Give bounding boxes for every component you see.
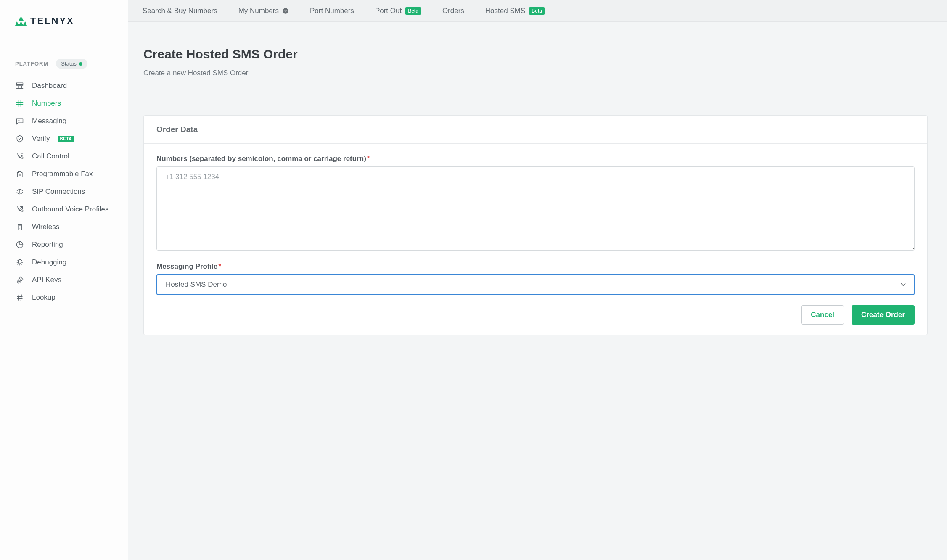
brand-name: TELNYX bbox=[30, 16, 74, 26]
button-row: Cancel Create Order bbox=[156, 305, 915, 325]
tab-my-numbers[interactable]: My Numbers? bbox=[238, 7, 289, 15]
required-mark: * bbox=[367, 155, 370, 163]
tab-search-buy-numbers[interactable]: Search & Buy Numbers bbox=[143, 7, 217, 15]
sidebar-section-header: PLATFORM Status bbox=[0, 42, 128, 75]
tab-label: My Numbers bbox=[238, 7, 279, 15]
tab-label: Search & Buy Numbers bbox=[143, 7, 217, 15]
sidebar-item-messaging[interactable]: Messaging bbox=[0, 112, 128, 130]
dashboard-icon bbox=[15, 81, 24, 90]
main: Search & Buy NumbersMy Numbers?Port Numb… bbox=[128, 0, 947, 560]
sidebar-item-call-control[interactable]: Call Control bbox=[0, 148, 128, 165]
sip-icon bbox=[15, 187, 24, 196]
content: Create Hosted SMS Order Create a new Hos… bbox=[128, 22, 947, 352]
sidebar-item-debugging[interactable]: Debugging bbox=[0, 254, 128, 271]
profile-label: Messaging Profile* bbox=[156, 262, 915, 271]
sidebar-item-label: API Keys bbox=[32, 276, 61, 284]
status-dot-icon bbox=[79, 62, 82, 66]
cancel-button[interactable]: Cancel bbox=[801, 305, 844, 325]
tab-label: Port Out bbox=[375, 7, 402, 15]
telnyx-logo-icon bbox=[15, 16, 27, 26]
sidebar-item-numbers[interactable]: Numbers bbox=[0, 95, 128, 112]
reporting-icon bbox=[15, 240, 24, 249]
call-control-icon bbox=[15, 152, 24, 161]
svg-marker-2 bbox=[19, 21, 24, 26]
numbers-icon bbox=[15, 99, 24, 108]
lookup-icon bbox=[15, 293, 24, 302]
tab-port-numbers[interactable]: Port Numbers bbox=[310, 7, 354, 15]
sidebar-item-label: Lookup bbox=[32, 293, 56, 302]
numbers-group: Numbers (separated by semicolon, comma o… bbox=[156, 155, 915, 252]
sidebar-item-verify[interactable]: VerifyBETA bbox=[0, 130, 128, 148]
wireless-icon bbox=[15, 222, 24, 232]
sidebar-nav: DashboardNumbersMessagingVerifyBETACall … bbox=[0, 75, 128, 308]
sidebar-item-label: Programmable Fax bbox=[32, 170, 93, 178]
card-header: Order Data bbox=[144, 116, 927, 144]
profile-select-wrap: Hosted SMS Demo bbox=[156, 274, 915, 295]
sidebar-item-label: Numbers bbox=[32, 99, 61, 108]
order-card: Order Data Numbers (separated by semicol… bbox=[143, 115, 928, 335]
sidebar-item-label: Reporting bbox=[32, 240, 63, 249]
beta-badge: Beta bbox=[405, 7, 421, 15]
status-label: Status bbox=[61, 61, 77, 67]
help-icon[interactable]: ? bbox=[282, 8, 289, 14]
sidebar-item-wireless[interactable]: Wireless bbox=[0, 218, 128, 236]
svg-marker-3 bbox=[23, 21, 27, 26]
sidebar-item-label: Outbound Voice Profiles bbox=[32, 205, 108, 214]
required-mark: * bbox=[218, 262, 221, 270]
numbers-input[interactable] bbox=[156, 166, 915, 251]
sidebar-item-label: Messaging bbox=[32, 117, 66, 125]
beta-badge: Beta bbox=[529, 7, 545, 15]
numbers-label-text: Numbers (separated by semicolon, comma o… bbox=[156, 155, 366, 163]
sidebar-item-sip-connections[interactable]: SIP Connections bbox=[0, 183, 128, 201]
tab-hosted-sms[interactable]: Hosted SMSBeta bbox=[485, 7, 545, 15]
tab-bar: Search & Buy NumbersMy Numbers?Port Numb… bbox=[128, 0, 947, 22]
tab-orders[interactable]: Orders bbox=[442, 7, 464, 15]
sidebar-item-programmable-fax[interactable]: Programmable Fax bbox=[0, 165, 128, 183]
page-title: Create Hosted SMS Order bbox=[143, 47, 932, 61]
app-root: TELNYX PLATFORM Status DashboardNumbersM… bbox=[0, 0, 947, 560]
status-pill[interactable]: Status bbox=[56, 59, 87, 69]
tab-label: Orders bbox=[442, 7, 464, 15]
profile-label-text: Messaging Profile bbox=[156, 262, 217, 270]
card-body: Numbers (separated by semicolon, comma o… bbox=[144, 144, 927, 335]
sidebar-item-lookup[interactable]: Lookup bbox=[0, 289, 128, 306]
verify-icon bbox=[15, 134, 24, 143]
page-subtitle: Create a new Hosted SMS Order bbox=[143, 69, 932, 77]
create-order-button[interactable]: Create Order bbox=[852, 305, 915, 325]
sidebar-item-dashboard[interactable]: Dashboard bbox=[0, 77, 128, 95]
logo-area: TELNYX bbox=[0, 0, 128, 42]
outbound-icon bbox=[15, 205, 24, 214]
sidebar-item-label: Wireless bbox=[32, 223, 59, 231]
svg-text:?: ? bbox=[284, 9, 287, 13]
sidebar-item-api-keys[interactable]: API Keys bbox=[0, 271, 128, 289]
messaging-icon bbox=[15, 116, 24, 126]
sidebar-item-outbound-voice-profiles[interactable]: Outbound Voice Profiles bbox=[0, 201, 128, 218]
sidebar: TELNYX PLATFORM Status DashboardNumbersM… bbox=[0, 0, 128, 560]
debugging-icon bbox=[15, 258, 24, 267]
profile-group: Messaging Profile* Hosted SMS Demo bbox=[156, 262, 915, 295]
svg-marker-1 bbox=[15, 21, 19, 26]
svg-marker-0 bbox=[19, 16, 24, 21]
sidebar-item-label: Call Control bbox=[32, 152, 69, 161]
tab-label: Port Numbers bbox=[310, 7, 354, 15]
fax-icon bbox=[15, 169, 24, 179]
sidebar-section-title: PLATFORM bbox=[15, 61, 48, 67]
sidebar-item-label: Dashboard bbox=[32, 82, 67, 90]
profile-select[interactable]: Hosted SMS Demo bbox=[156, 274, 915, 295]
api-keys-icon bbox=[15, 275, 24, 285]
tab-port-out[interactable]: Port OutBeta bbox=[375, 7, 421, 15]
sidebar-item-reporting[interactable]: Reporting bbox=[0, 236, 128, 254]
tab-label: Hosted SMS bbox=[485, 7, 525, 15]
brand-logo[interactable]: TELNYX bbox=[15, 16, 74, 26]
numbers-label: Numbers (separated by semicolon, comma o… bbox=[156, 155, 915, 163]
sidebar-item-label: Debugging bbox=[32, 258, 66, 267]
beta-badge: BETA bbox=[58, 136, 74, 142]
sidebar-item-label: SIP Connections bbox=[32, 188, 85, 196]
sidebar-item-label: Verify bbox=[32, 135, 50, 143]
